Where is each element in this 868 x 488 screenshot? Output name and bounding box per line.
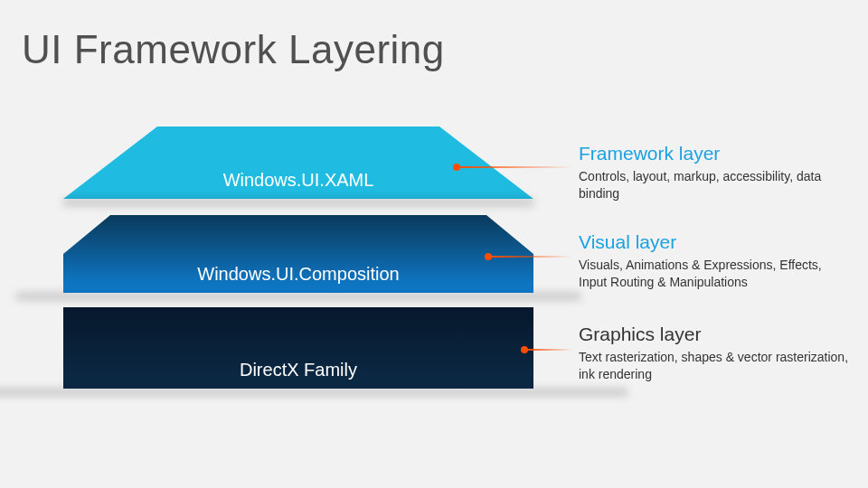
callout-title: Visual layer bbox=[579, 231, 850, 253]
layer-label-visual: Windows.UI.Composition bbox=[63, 264, 533, 285]
callout-title: Framework layer bbox=[579, 143, 850, 164]
callout-visual: Visual layer Visuals, Animations & Expre… bbox=[579, 231, 850, 291]
connector-line bbox=[457, 166, 572, 168]
page-title: UI Framework Layering bbox=[22, 27, 445, 72]
pyramid-diagram: Windows.UI.XAML Windows.UI.Composition bbox=[63, 127, 533, 434]
connector-graphics bbox=[524, 349, 572, 351]
slide: UI Framework Layering Windows.UI.XAML W bbox=[0, 0, 868, 488]
callout-framework: Framework layer Controls, layout, markup… bbox=[579, 143, 850, 202]
callout-description: Controls, layout, markup, accessibility,… bbox=[579, 168, 850, 202]
layer-framework: Windows.UI.XAML bbox=[63, 127, 533, 199]
layer-visual: Windows.UI.Composition bbox=[63, 215, 533, 293]
callout-title: Graphics layer bbox=[579, 324, 850, 345]
connector-visual bbox=[488, 256, 572, 258]
callout-description: Visuals, Animations & Expressions, Effec… bbox=[579, 257, 850, 291]
layer-label-framework: Windows.UI.XAML bbox=[63, 170, 533, 191]
layer-label-graphics: DirectX Family bbox=[63, 360, 533, 380]
connector-framework bbox=[457, 166, 572, 168]
layer-shadow bbox=[16, 293, 580, 300]
callout-description: Text rasterization, shapes & vector rast… bbox=[579, 349, 850, 383]
callout-graphics: Graphics layer Text rasterization, shape… bbox=[579, 324, 850, 383]
layer-graphics: DirectX Family bbox=[63, 307, 533, 389]
connector-line bbox=[488, 256, 572, 258]
connector-line bbox=[524, 349, 572, 351]
layer-shadow bbox=[63, 199, 533, 206]
layer-shadow bbox=[0, 389, 627, 396]
